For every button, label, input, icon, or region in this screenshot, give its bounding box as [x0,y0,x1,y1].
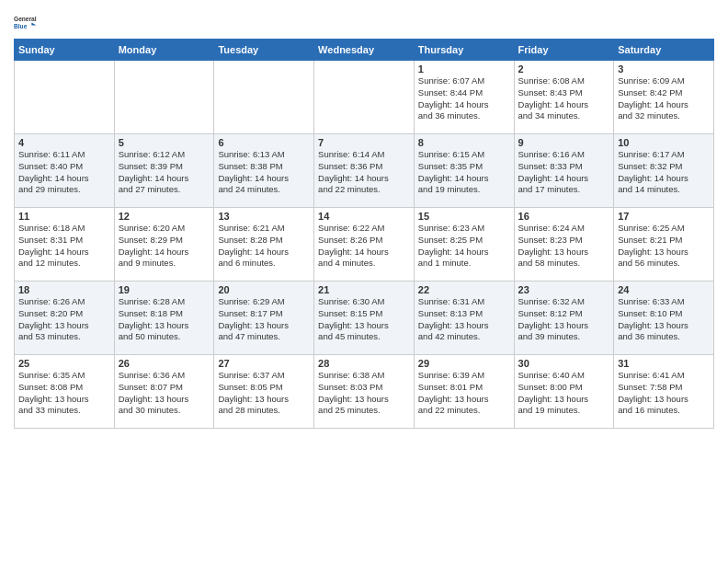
calendar-cell: 11Sunrise: 6:18 AM Sunset: 8:31 PM Dayli… [15,208,115,282]
week-row-1: 1Sunrise: 6:07 AM Sunset: 8:44 PM Daylig… [15,61,714,134]
cell-day-number: 22 [418,284,510,295]
calendar-cell: 6Sunrise: 6:13 AM Sunset: 8:38 PM Daylig… [214,134,314,208]
cell-info: Sunrise: 6:22 AM Sunset: 8:26 PM Dayligh… [318,223,410,270]
calendar-cell: 28Sunrise: 6:38 AM Sunset: 8:03 PM Dayli… [314,355,415,429]
cell-info: Sunrise: 6:12 AM Sunset: 8:39 PM Dayligh… [119,149,210,196]
calendar-cell: 21Sunrise: 6:30 AM Sunset: 8:15 PM Dayli… [314,282,415,355]
calendar-cell: 7Sunrise: 6:14 AM Sunset: 8:36 PM Daylig… [314,134,415,208]
calendar-cell: 10Sunrise: 6:17 AM Sunset: 8:32 PM Dayli… [614,134,714,208]
calendar-cell: 19Sunrise: 6:28 AM Sunset: 8:18 PM Dayli… [114,282,214,355]
calendar-cell: 30Sunrise: 6:40 AM Sunset: 8:00 PM Dayli… [514,355,614,429]
header: GeneralBlue [14,9,714,35]
day-header-thursday: Thursday [414,40,514,61]
logo: GeneralBlue [14,9,40,35]
calendar-cell: 16Sunrise: 6:24 AM Sunset: 8:23 PM Dayli… [514,208,614,282]
cell-info: Sunrise: 6:21 AM Sunset: 8:28 PM Dayligh… [218,223,310,270]
calendar-cell: 8Sunrise: 6:15 AM Sunset: 8:35 PM Daylig… [414,134,514,208]
cell-day-number: 10 [618,137,710,148]
cell-info: Sunrise: 6:20 AM Sunset: 8:29 PM Dayligh… [119,223,210,270]
cell-info: Sunrise: 6:18 AM Sunset: 8:31 PM Dayligh… [18,223,110,270]
cell-day-number: 11 [18,211,110,222]
calendar-cell [15,61,115,134]
cell-info: Sunrise: 6:24 AM Sunset: 8:23 PM Dayligh… [518,223,610,270]
calendar-table: SundayMondayTuesdayWednesdayThursdayFrid… [14,39,714,429]
cell-day-number: 17 [618,211,710,222]
calendar-cell: 20Sunrise: 6:29 AM Sunset: 8:17 PM Dayli… [214,282,314,355]
cell-info: Sunrise: 6:33 AM Sunset: 8:10 PM Dayligh… [618,296,710,343]
cell-day-number: 18 [18,284,110,295]
cell-day-number: 2 [518,63,610,75]
cell-day-number: 26 [119,358,210,369]
cell-day-number: 1 [418,63,510,75]
cell-day-number: 4 [18,137,110,148]
calendar-cell: 9Sunrise: 6:16 AM Sunset: 8:33 PM Daylig… [514,134,614,208]
day-header-tuesday: Tuesday [214,40,314,61]
cell-info: Sunrise: 6:23 AM Sunset: 8:25 PM Dayligh… [418,223,510,270]
week-row-3: 11Sunrise: 6:18 AM Sunset: 8:31 PM Dayli… [15,208,714,282]
cell-info: Sunrise: 6:08 AM Sunset: 8:43 PM Dayligh… [518,75,610,122]
cell-day-number: 23 [518,284,610,295]
cell-info: Sunrise: 6:36 AM Sunset: 8:07 PM Dayligh… [119,370,210,417]
cell-day-number: 8 [418,137,510,148]
cell-info: Sunrise: 6:26 AM Sunset: 8:20 PM Dayligh… [18,296,110,343]
cell-info: Sunrise: 6:37 AM Sunset: 8:05 PM Dayligh… [218,370,310,417]
cell-info: Sunrise: 6:40 AM Sunset: 8:00 PM Dayligh… [518,370,610,417]
cell-info: Sunrise: 6:32 AM Sunset: 8:12 PM Dayligh… [518,296,610,343]
svg-text:General: General [14,16,37,22]
cell-day-number: 14 [318,211,410,222]
calendar-page: GeneralBlue SundayMondayTuesdayWednesday… [0,0,728,563]
cell-day-number: 25 [18,358,110,369]
cell-info: Sunrise: 6:39 AM Sunset: 8:01 PM Dayligh… [418,370,510,417]
cell-day-number: 3 [618,63,710,75]
day-header-sunday: Sunday [15,40,115,61]
cell-info: Sunrise: 6:30 AM Sunset: 8:15 PM Dayligh… [318,296,410,343]
cell-info: Sunrise: 6:07 AM Sunset: 8:44 PM Dayligh… [418,75,510,122]
calendar-cell: 1Sunrise: 6:07 AM Sunset: 8:44 PM Daylig… [414,61,514,134]
calendar-cell: 24Sunrise: 6:33 AM Sunset: 8:10 PM Dayli… [614,282,714,355]
calendar-cell: 12Sunrise: 6:20 AM Sunset: 8:29 PM Dayli… [114,208,214,282]
calendar-cell [214,61,314,134]
cell-info: Sunrise: 6:11 AM Sunset: 8:40 PM Dayligh… [18,149,110,196]
calendar-cell: 18Sunrise: 6:26 AM Sunset: 8:20 PM Dayli… [15,282,115,355]
cell-info: Sunrise: 6:41 AM Sunset: 7:58 PM Dayligh… [618,370,710,417]
cell-info: Sunrise: 6:17 AM Sunset: 8:32 PM Dayligh… [618,149,710,196]
calendar-cell: 27Sunrise: 6:37 AM Sunset: 8:05 PM Dayli… [214,355,314,429]
calendar-cell: 5Sunrise: 6:12 AM Sunset: 8:39 PM Daylig… [114,134,214,208]
cell-day-number: 16 [518,211,610,222]
calendar-cell: 31Sunrise: 6:41 AM Sunset: 7:58 PM Dayli… [614,355,714,429]
cell-info: Sunrise: 6:38 AM Sunset: 8:03 PM Dayligh… [318,370,410,417]
cell-day-number: 9 [518,137,610,148]
svg-text:Blue: Blue [14,23,28,29]
day-header-wednesday: Wednesday [314,40,415,61]
header-row: SundayMondayTuesdayWednesdayThursdayFrid… [15,40,714,61]
cell-day-number: 20 [218,284,310,295]
day-header-saturday: Saturday [614,40,714,61]
svg-marker-2 [31,23,36,26]
cell-day-number: 5 [119,137,210,148]
cell-day-number: 27 [218,358,310,369]
cell-info: Sunrise: 6:28 AM Sunset: 8:18 PM Dayligh… [119,296,210,343]
cell-info: Sunrise: 6:16 AM Sunset: 8:33 PM Dayligh… [518,149,610,196]
calendar-cell: 29Sunrise: 6:39 AM Sunset: 8:01 PM Dayli… [414,355,514,429]
calendar-cell: 26Sunrise: 6:36 AM Sunset: 8:07 PM Dayli… [114,355,214,429]
calendar-cell: 14Sunrise: 6:22 AM Sunset: 8:26 PM Dayli… [314,208,415,282]
cell-info: Sunrise: 6:25 AM Sunset: 8:21 PM Dayligh… [618,223,710,270]
cell-day-number: 13 [218,211,310,222]
cell-info: Sunrise: 6:35 AM Sunset: 8:08 PM Dayligh… [18,370,110,417]
cell-info: Sunrise: 6:31 AM Sunset: 8:13 PM Dayligh… [418,296,510,343]
cell-day-number: 21 [318,284,410,295]
week-row-4: 18Sunrise: 6:26 AM Sunset: 8:20 PM Dayli… [15,282,714,355]
cell-day-number: 19 [119,284,210,295]
cell-day-number: 29 [418,358,510,369]
day-header-friday: Friday [514,40,614,61]
cell-info: Sunrise: 6:29 AM Sunset: 8:17 PM Dayligh… [218,296,310,343]
cell-info: Sunrise: 6:13 AM Sunset: 8:38 PM Dayligh… [218,149,310,196]
cell-day-number: 7 [318,137,410,148]
calendar-cell: 25Sunrise: 6:35 AM Sunset: 8:08 PM Dayli… [15,355,115,429]
day-header-monday: Monday [114,40,214,61]
week-row-2: 4Sunrise: 6:11 AM Sunset: 8:40 PM Daylig… [15,134,714,208]
cell-day-number: 30 [518,358,610,369]
week-row-5: 25Sunrise: 6:35 AM Sunset: 8:08 PM Dayli… [15,355,714,429]
calendar-cell: 2Sunrise: 6:08 AM Sunset: 8:43 PM Daylig… [514,61,614,134]
cell-day-number: 6 [218,137,310,148]
